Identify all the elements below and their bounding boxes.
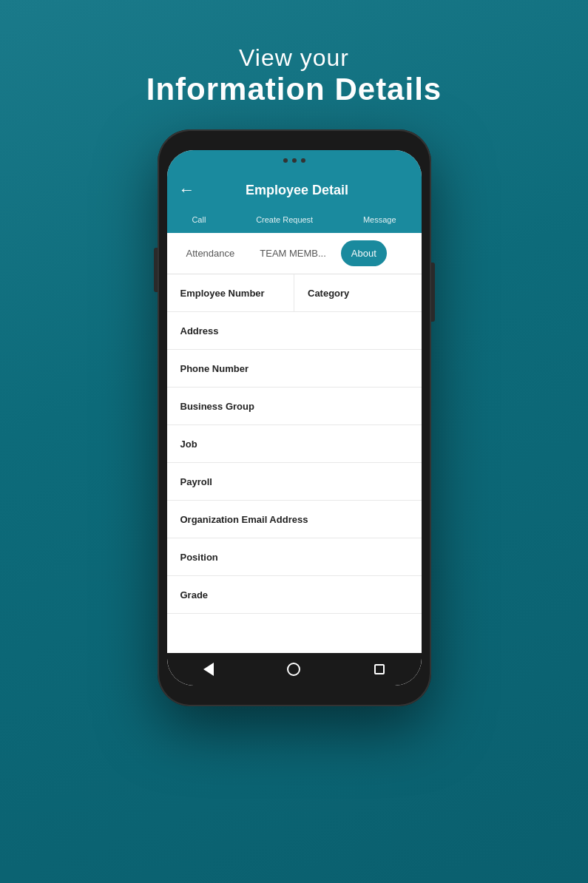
tab-about[interactable]: About xyxy=(341,240,387,266)
field-label-phone: Phone Number xyxy=(180,363,249,374)
phone-screen: ← Employee Detail Call Create Request Me… xyxy=(167,150,422,686)
field-label-employee-number: Employee Number xyxy=(180,288,265,299)
field-row-payroll: Payroll xyxy=(167,463,422,501)
field-row-business-group: Business Group xyxy=(167,388,422,425)
field-row-employee-category: Employee Number Category xyxy=(167,274,422,312)
tab-team-members[interactable]: TEAM MEMB... xyxy=(249,240,337,266)
field-label-address: Address xyxy=(180,325,219,336)
phone-frame: ← Employee Detail Call Create Request Me… xyxy=(158,129,431,706)
notch-dot-3 xyxy=(301,158,305,163)
nav-recents-button[interactable] xyxy=(374,664,385,674)
app-bar-title: Employee Detail xyxy=(207,183,388,198)
phone-notch xyxy=(167,150,422,171)
nav-back-button[interactable] xyxy=(203,663,214,676)
field-label-payroll: Payroll xyxy=(180,476,212,487)
tab-attendance[interactable]: Attendance xyxy=(176,240,246,266)
notch-dot-1 xyxy=(283,158,288,163)
field-label-grade: Grade xyxy=(180,589,209,600)
action-create-request[interactable]: Create Request xyxy=(256,215,313,224)
action-bar: Call Create Request Message xyxy=(167,209,422,233)
tabs-bar: Attendance TEAM MEMB... About xyxy=(167,233,422,274)
header-subtitle: View your xyxy=(146,44,442,72)
field-label-category: Category xyxy=(308,288,349,299)
action-call[interactable]: Call xyxy=(192,215,206,224)
content-area: Employee Number Category Address Phone N… xyxy=(167,274,422,653)
field-label-business-group: Business Group xyxy=(180,401,254,412)
field-employee-number: Employee Number xyxy=(167,274,295,311)
nav-home-button[interactable] xyxy=(287,663,300,676)
field-row-job: Job xyxy=(167,425,422,463)
field-row-grade: Grade xyxy=(167,576,422,614)
field-row-position: Position xyxy=(167,538,422,576)
field-row-phone: Phone Number xyxy=(167,350,422,388)
header-title: Information Details xyxy=(146,72,442,107)
back-button[interactable]: ← xyxy=(179,180,195,200)
field-label-position: Position xyxy=(180,552,218,563)
notch-dot-2 xyxy=(292,158,297,163)
field-label-job: Job xyxy=(180,439,197,450)
action-message[interactable]: Message xyxy=(363,215,396,224)
android-nav-bar xyxy=(167,653,422,686)
field-row-address: Address xyxy=(167,312,422,350)
header-section: View your Information Details xyxy=(146,44,442,107)
field-category: Category xyxy=(294,274,422,311)
app-bar: ← Employee Detail xyxy=(167,171,422,209)
field-row-org-email: Organization Email Address xyxy=(167,501,422,538)
field-label-org-email: Organization Email Address xyxy=(180,514,308,525)
